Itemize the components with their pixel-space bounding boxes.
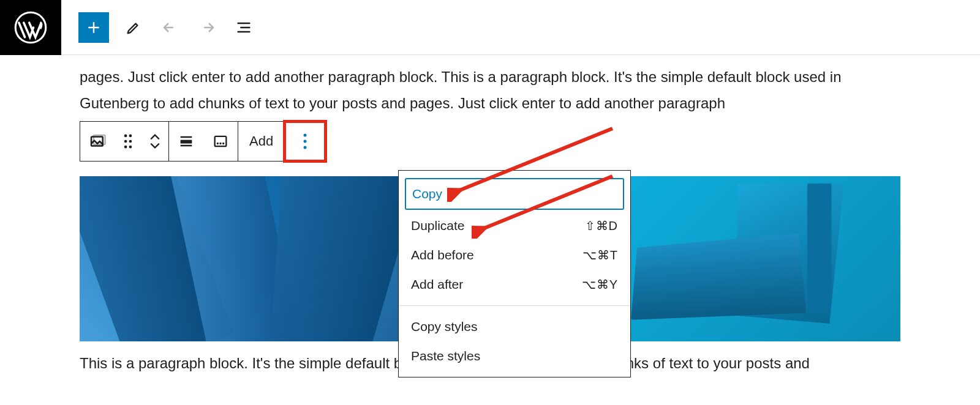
chevron-down-icon	[149, 142, 160, 149]
menu-item-label: Add before	[411, 248, 474, 262]
block-type-button[interactable]	[80, 122, 115, 161]
caption-button[interactable]	[203, 122, 238, 161]
add-block-button[interactable]	[78, 12, 109, 43]
align-icon	[178, 133, 195, 150]
menu-item-add-before[interactable]: Add before ⌥⌘T	[399, 240, 630, 270]
gallery-image-2[interactable]	[591, 176, 900, 341]
caption-icon	[212, 133, 229, 150]
add-button[interactable]: Add	[238, 122, 284, 161]
svg-point-4	[129, 135, 132, 138]
toolbar-group-align	[169, 122, 238, 161]
toolbar-group-add: Add	[238, 122, 285, 161]
align-button[interactable]	[169, 122, 203, 161]
drag-handle[interactable]	[115, 122, 141, 161]
svg-point-3	[124, 135, 127, 138]
svg-point-14	[304, 134, 307, 137]
pencil-icon	[125, 19, 142, 36]
svg-point-12	[219, 143, 221, 144]
more-vertical-icon	[303, 132, 307, 150]
svg-point-15	[304, 140, 307, 143]
menu-item-duplicate[interactable]: Duplicate ⇧⌘D	[399, 211, 630, 240]
svg-point-13	[222, 143, 224, 144]
options-button[interactable]	[285, 122, 325, 161]
menu-item-copy[interactable]: Copy	[405, 178, 624, 210]
plus-icon	[86, 20, 102, 35]
outline-icon	[235, 19, 252, 36]
edit-tool-button[interactable]	[121, 15, 146, 40]
toolbar-group-block	[80, 122, 169, 161]
chevron-up-icon	[149, 133, 160, 141]
editor-topbar	[0, 0, 980, 55]
svg-point-6	[129, 140, 132, 143]
undo-button[interactable]	[158, 15, 183, 40]
menu-section-1: Copy Duplicate ⇧⌘D Add before ⌥⌘T Add af…	[399, 171, 630, 305]
menu-item-paste-styles[interactable]: Paste styles	[399, 341, 630, 371]
undo-icon	[161, 18, 179, 37]
options-menu: Copy Duplicate ⇧⌘D Add before ⌥⌘T Add af…	[398, 170, 631, 377]
svg-point-5	[124, 140, 127, 143]
move-buttons[interactable]	[141, 122, 168, 161]
gallery-icon	[88, 132, 107, 150]
document-overview-button[interactable]	[232, 15, 256, 40]
drag-icon	[123, 133, 134, 149]
menu-section-2: Copy styles Paste styles	[399, 305, 630, 377]
svg-point-8	[129, 146, 132, 149]
svg-rect-10	[215, 136, 227, 146]
svg-point-16	[304, 146, 307, 149]
menu-item-label: Add after	[411, 277, 463, 292]
menu-item-label: Paste styles	[411, 349, 480, 363]
wordpress-logo[interactable]	[0, 0, 61, 55]
menu-item-label: Copy	[412, 187, 442, 201]
svg-point-11	[217, 143, 219, 144]
top-actions	[61, 12, 256, 43]
block-toolbar: Add	[80, 121, 326, 162]
menu-item-label: Copy styles	[411, 319, 478, 334]
menu-item-shortcut: ⌥⌘T	[582, 248, 618, 262]
menu-item-copy-styles[interactable]: Copy styles	[399, 312, 630, 341]
redo-button[interactable]	[195, 15, 219, 40]
menu-item-shortcut: ⇧⌘D	[585, 218, 618, 233]
redo-icon	[198, 18, 216, 37]
svg-point-7	[124, 146, 127, 149]
menu-item-add-after[interactable]: Add after ⌥⌘Y	[399, 270, 630, 299]
paragraph-top[interactable]: pages. Just click enter to add another p…	[80, 64, 900, 116]
menu-item-label: Duplicate	[411, 218, 465, 233]
menu-item-shortcut: ⌥⌘Y	[582, 277, 618, 292]
svg-rect-9	[181, 140, 192, 144]
